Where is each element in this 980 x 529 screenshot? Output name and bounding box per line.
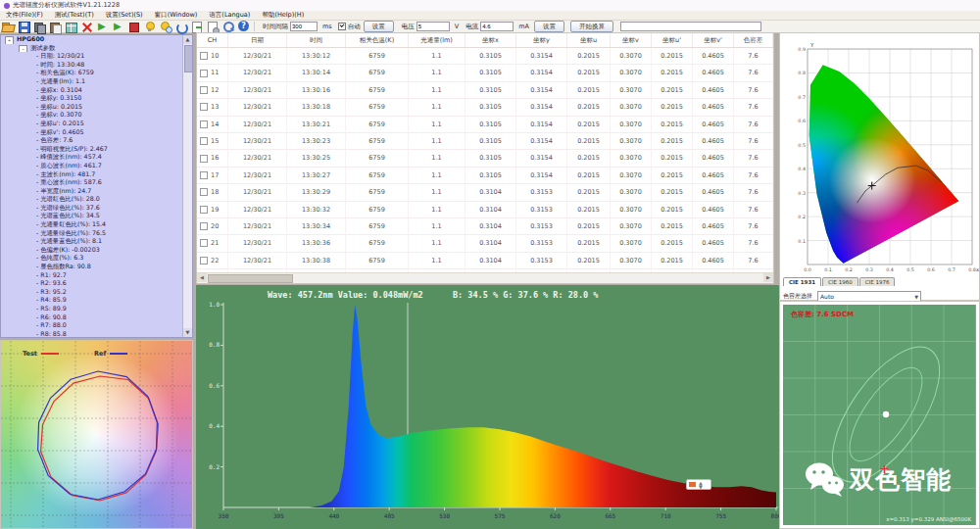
menu-item-3[interactable]: 窗口(Window) bbox=[149, 11, 204, 20]
tree-item[interactable]: - R2: 93.6 bbox=[1, 279, 192, 288]
menu-item-2[interactable]: 设置(Set)(S) bbox=[100, 11, 149, 20]
interval-set-button[interactable]: 设置 bbox=[364, 21, 394, 32]
tree-item[interactable]: - R3: 95.2 bbox=[1, 288, 192, 297]
help-icon[interactable]: ? bbox=[236, 21, 251, 32]
row-checkbox[interactable] bbox=[200, 52, 208, 60]
stop-icon[interactable] bbox=[126, 21, 141, 32]
new-window-icon[interactable] bbox=[64, 21, 78, 32]
row-checkbox[interactable] bbox=[200, 257, 208, 264]
tree-item[interactable]: - 光通量红色比(%): 15.4 bbox=[1, 220, 192, 229]
menu-item-5[interactable]: 帮助(Help)(H) bbox=[256, 11, 310, 20]
tree-item[interactable]: - 坐标v: 0.3070 bbox=[1, 111, 192, 120]
tree-item[interactable]: - 光通量蓝色比(%): 8.1 bbox=[1, 237, 192, 246]
paste-icon[interactable] bbox=[48, 21, 63, 32]
table-row[interactable]: 1512/30/2113:30:2367591.10.31050.31540.2… bbox=[197, 133, 773, 150]
tree-item[interactable]: - 显色指数Ra: 90.8 bbox=[1, 263, 192, 271]
lamp-on-icon[interactable] bbox=[142, 21, 157, 32]
tree-item[interactable]: - 坐标u: 0.2015 bbox=[1, 103, 192, 112]
tree-item[interactable]: - 主波长(nm): 481.7 bbox=[1, 170, 192, 179]
tree-scrollbar[interactable]: ▲ ▼ bbox=[182, 35, 192, 337]
tree-item[interactable]: - 光谱红色比(%): 28.0 bbox=[1, 195, 192, 204]
tree-item[interactable]: - 峰值波长(nm): 457.4 bbox=[1, 153, 192, 162]
table-row[interactable]: 2012/30/2113:30:3467591.10.31040.31530.2… bbox=[197, 218, 773, 235]
tree-item[interactable]: - 明暗视觉比(S/P): 2.467 bbox=[1, 145, 192, 154]
table-row[interactable]: 1412/30/2113:30:2167591.10.31050.31540.2… bbox=[197, 117, 773, 133]
save-icon[interactable] bbox=[17, 21, 31, 32]
tree-item[interactable]: - 光谱绿色比(%): 37.6 bbox=[1, 204, 192, 213]
scroll-down-icon[interactable]: ▼ bbox=[183, 328, 192, 337]
tree-item[interactable]: - 质心波长(nm): 461.7 bbox=[1, 162, 192, 170]
tree-item[interactable]: - 日期: 12/30/21 bbox=[1, 52, 192, 61]
convert-button[interactable]: 开始换算 bbox=[570, 21, 613, 32]
free-input[interactable] bbox=[620, 22, 761, 31]
copy-icon[interactable] bbox=[32, 21, 47, 32]
start-continuous-icon[interactable]: ▶ bbox=[111, 21, 125, 32]
tree-root[interactable]: -HPG600 bbox=[1, 35, 192, 44]
scroll-thumb[interactable] bbox=[208, 274, 293, 283]
tree-item[interactable]: - 色偏差(K): -0.00203 bbox=[1, 246, 192, 255]
refresh-icon[interactable] bbox=[173, 21, 188, 32]
spectrum-spinner[interactable]: ▲▼ bbox=[686, 479, 711, 490]
row-checkbox[interactable] bbox=[200, 103, 208, 111]
voltage-input[interactable] bbox=[416, 22, 450, 31]
row-checkbox[interactable] bbox=[200, 155, 208, 163]
tree-item[interactable]: - R1: 92.7 bbox=[1, 271, 192, 280]
lamp-measure-icon[interactable] bbox=[158, 21, 172, 32]
table-row[interactable]: 1112/30/2113:30:1467591.10.31050.31540.2… bbox=[197, 65, 773, 81]
row-checkbox[interactable] bbox=[200, 206, 208, 214]
table-row[interactable]: 1312/30/2113:30:1867591.10.31050.31540.2… bbox=[197, 99, 773, 116]
tab-cie-1931[interactable]: CIE 1931 bbox=[783, 277, 821, 286]
menu-item-0[interactable]: 文件(File)(F) bbox=[0, 11, 49, 20]
tree-item[interactable]: - 重心波长(nm): 587.6 bbox=[1, 178, 192, 187]
interval-input[interactable] bbox=[290, 22, 318, 31]
tree-item[interactable]: - 色容差: 7.6 bbox=[1, 136, 192, 145]
table-row[interactable]: 1912/30/2113:30:3267591.10.31040.31530.2… bbox=[197, 202, 773, 218]
tree-item[interactable]: - 坐标u': 0.2015 bbox=[1, 120, 192, 128]
table-row[interactable]: 2212/30/2113:30:3867591.10.31040.31530.2… bbox=[197, 253, 773, 269]
spinner-arrows-icon[interactable]: ▲▼ bbox=[699, 481, 703, 489]
menu-item-4[interactable]: 语言(Langua) bbox=[203, 11, 256, 20]
row-checkbox[interactable] bbox=[200, 171, 208, 179]
tree-item[interactable]: - 相关色温(K): 6759 bbox=[1, 69, 192, 77]
tree-item[interactable]: - R4: 85.9 bbox=[1, 296, 192, 305]
table-row[interactable]: 1812/30/2113:30:2967591.10.31040.31530.2… bbox=[197, 184, 773, 201]
open-folder-icon[interactable] bbox=[1, 21, 16, 32]
scroll-left-icon[interactable]: ◀ bbox=[197, 273, 207, 282]
table-hscrollbar[interactable]: ◀ ▶ bbox=[197, 272, 773, 283]
tree-item[interactable]: - 色纯度(%): 6.3 bbox=[1, 254, 192, 263]
row-checkbox[interactable] bbox=[200, 188, 208, 196]
menu-item-1[interactable]: 测试(Test)(T) bbox=[49, 11, 100, 20]
tree-item[interactable]: - R5: 89.9 bbox=[1, 305, 192, 313]
table-row[interactable]: 1712/30/2113:30:2767591.10.31050.31540.2… bbox=[197, 168, 773, 184]
table-row[interactable]: 1612/30/2113:30:2567591.10.31050.31540.2… bbox=[197, 150, 773, 167]
table-row[interactable]: 2112/30/2113:30:3667591.10.31040.31530.2… bbox=[197, 235, 773, 252]
tab-cie-1960[interactable]: CIE 1960 bbox=[822, 277, 858, 286]
tree-item[interactable]: - 坐标y: 0.3150 bbox=[1, 94, 192, 103]
row-checkbox[interactable] bbox=[200, 70, 208, 77]
tree-item[interactable]: - 半宽度(nm): 24.7 bbox=[1, 187, 192, 196]
scroll-thumb[interactable] bbox=[184, 45, 193, 72]
table-row[interactable]: 1012/30/2113:30:1267591.10.31050.31540.2… bbox=[197, 48, 773, 65]
tree-group[interactable]: -测试参数 bbox=[1, 44, 192, 53]
row-checkbox[interactable] bbox=[200, 86, 208, 94]
collapse-icon[interactable]: - bbox=[5, 36, 14, 44]
auto-checkbox[interactable] bbox=[338, 23, 346, 30]
scroll-right-icon[interactable]: ▶ bbox=[763, 273, 773, 282]
power-set-button[interactable]: 设置 bbox=[534, 21, 564, 32]
current-input[interactable] bbox=[480, 22, 514, 31]
collapse-icon[interactable]: - bbox=[19, 45, 27, 53]
row-checkbox[interactable] bbox=[200, 239, 208, 247]
tab-cie-1976[interactable]: CIE 1976 bbox=[859, 277, 896, 286]
start-icon[interactable]: ▶ bbox=[95, 21, 110, 32]
tree-item[interactable]: - 坐标x: 0.3104 bbox=[1, 86, 192, 95]
tree-item[interactable]: - 坐标v': 0.4605 bbox=[1, 128, 192, 137]
export-icon[interactable] bbox=[189, 21, 204, 32]
tree-item[interactable]: - R7: 88.0 bbox=[1, 321, 192, 330]
scroll-up-icon[interactable]: ▲ bbox=[183, 35, 192, 44]
delete-icon[interactable] bbox=[79, 21, 94, 32]
report-icon[interactable] bbox=[205, 21, 220, 32]
row-checkbox[interactable] bbox=[200, 120, 208, 128]
search-icon[interactable] bbox=[220, 21, 235, 32]
tree-item[interactable]: - 时间: 13:30:48 bbox=[1, 61, 192, 70]
tree-item[interactable]: - R6: 90.8 bbox=[1, 313, 192, 322]
